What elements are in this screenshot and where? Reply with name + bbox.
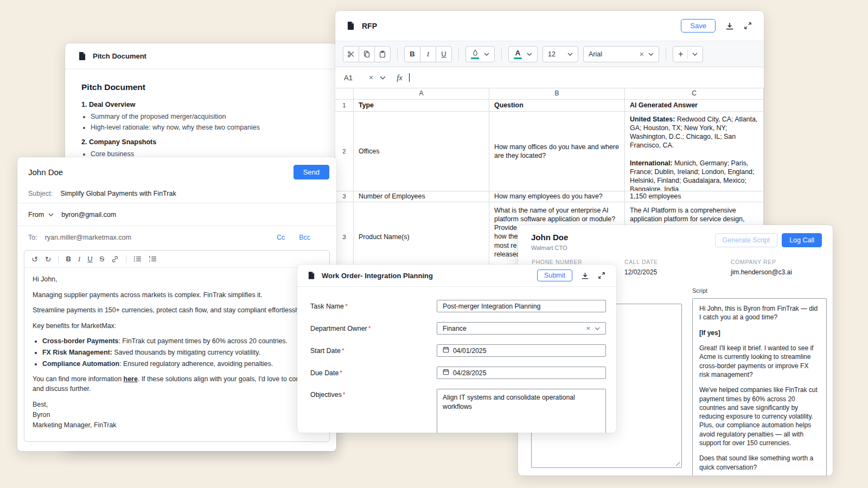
pitch-bullet: High-level rationale: why now, why these… (91, 122, 320, 133)
subject-label: Subject: (28, 190, 53, 197)
contact-role: Walmart CTO (531, 245, 567, 251)
save-button[interactable]: Save (681, 19, 716, 33)
due-date-input[interactable]: 04/28/2025 (437, 367, 606, 379)
from-label: From (28, 211, 44, 219)
row-number[interactable]: 3 (335, 202, 354, 266)
clear-font-icon[interactable]: × (640, 50, 644, 58)
contact-name: John Doe (531, 233, 568, 242)
department-owner-select[interactable]: Finance × (437, 322, 606, 335)
cell-b2[interactable]: How many offices do you have and where a… (489, 112, 625, 191)
due-date-label: Due Date (310, 369, 339, 377)
cell-b3[interactable]: How many employees do you have? (489, 191, 625, 202)
script-textarea[interactable]: Hi John, this is Byron from FinTrak — di… (692, 298, 827, 476)
chevron-down-icon (648, 53, 654, 56)
start-date-label: Start Date (310, 347, 341, 355)
rfp-window-header: RFP Save (335, 11, 764, 41)
resize-handle-icon[interactable] (675, 461, 680, 466)
cell-a2[interactable]: Offices (354, 112, 489, 191)
download-icon[interactable] (581, 272, 589, 280)
desktop-canvas: Pitch Document Pitch Document 1. Deal Ov… (0, 0, 868, 488)
font-color-dropdown[interactable]: A (508, 46, 538, 62)
font-size-dropdown[interactable]: 12 (542, 46, 578, 62)
objectives-label: Objectives (310, 391, 342, 399)
highlight-color-dropdown[interactable] (465, 46, 495, 62)
cancel-entry-icon[interactable]: × (369, 74, 373, 81)
underline-icon[interactable]: U (87, 255, 92, 263)
cell-reference-box[interactable]: A1 (344, 74, 362, 82)
italic-button[interactable]: I (420, 46, 436, 62)
submit-button[interactable]: Submit (537, 269, 572, 281)
table-row: 2 Offices How many offices do you have a… (335, 112, 764, 191)
pitch-section-heading: 1. Deal Overview (81, 101, 320, 108)
row-number[interactable]: 3 (335, 191, 354, 202)
column-header-c[interactable]: C (625, 88, 764, 100)
calendar-icon (443, 369, 449, 377)
to-value[interactable]: ryan.miller@marketmax.com (45, 234, 131, 241)
cell-c2[interactable]: United States: Redwood City, CA; Atlanta… (625, 112, 764, 191)
send-button[interactable]: Send (293, 165, 329, 179)
chevron-down-icon[interactable] (380, 76, 386, 80)
chevron-down-icon (692, 53, 698, 56)
expand-icon[interactable] (598, 272, 605, 279)
numbered-list-icon[interactable] (149, 255, 157, 262)
chevron-down-icon (595, 327, 600, 330)
chevron-down-icon (527, 53, 532, 56)
cell-a3[interactable]: Number of Employees (354, 191, 489, 202)
underline-button[interactable]: U (436, 46, 452, 62)
insert-dropdown[interactable]: + (673, 46, 703, 62)
redo-icon[interactable]: ↻ (45, 255, 52, 264)
work-order-window: Work Order- Integration Planning Submit … (297, 265, 616, 433)
subject-value[interactable]: Simplify Global Payments with FinTrak (60, 190, 176, 197)
log-call-button[interactable]: Log Call (782, 233, 822, 247)
generate-script-button[interactable]: Generate Script (715, 233, 778, 247)
here-link[interactable]: here (124, 375, 138, 383)
cell-a4[interactable]: Product Name(s) (354, 202, 489, 266)
email-body-text[interactable]: Hi John, Managing supplier payments acro… (24, 268, 329, 437)
start-date-input[interactable]: 04/01/2025 (437, 344, 606, 357)
cell-b1[interactable]: Question (489, 100, 625, 112)
document-icon (308, 272, 315, 279)
bullet-list-icon[interactable] (133, 255, 142, 262)
undo-icon[interactable]: ↺ (31, 255, 38, 264)
table-row: 1 Type Question AI Generated Answer (335, 100, 764, 112)
cut-icon[interactable] (343, 46, 359, 62)
editor-toolbar: ↺ ↻ B I U S (24, 251, 329, 268)
highlight-droplet-icon (471, 49, 479, 59)
italic-icon[interactable]: I (78, 255, 80, 264)
cell-c1[interactable]: AI Generated Answer (625, 100, 764, 112)
task-name-input[interactable]: Post-merger Integration Planning (437, 300, 606, 312)
from-value[interactable]: byron@gmail.com (61, 211, 116, 219)
corner-cell[interactable] (335, 88, 354, 100)
copy-icon[interactable] (359, 46, 375, 62)
document-icon (79, 52, 86, 60)
paste-icon[interactable] (374, 46, 391, 62)
row-number[interactable]: 1 (335, 100, 354, 112)
column-header-a[interactable]: A (354, 88, 489, 100)
clear-selection-icon[interactable]: × (586, 325, 590, 332)
strikethrough-icon[interactable]: S (100, 255, 105, 263)
font-size-value: 12 (548, 50, 556, 58)
download-icon[interactable] (725, 22, 734, 30)
rfp-format-toolbar: B I U A 12 (335, 41, 764, 67)
pitch-window-title: Pitch Document (93, 52, 146, 60)
bold-button[interactable]: B (404, 46, 420, 62)
work-order-header: Work Order- Integration Planning Submit (297, 265, 616, 287)
cell-a1[interactable]: Type (354, 100, 489, 112)
chevron-down-icon[interactable] (48, 213, 54, 216)
row-number[interactable]: 2 (335, 112, 354, 191)
email-window-title: John Doe (28, 168, 63, 177)
font-color-icon: A (514, 49, 522, 59)
cell-c3[interactable]: 1,150 employees (625, 191, 764, 202)
pitch-bullet: Summary of the proposed merger/acquisiti… (91, 111, 320, 122)
objectives-textarea[interactable]: Align IT systems and consolidate operati… (437, 389, 606, 433)
chevron-down-icon (567, 53, 573, 56)
expand-icon[interactable] (744, 22, 752, 30)
font-family-dropdown[interactable]: Arial × (583, 46, 659, 62)
bcc-button[interactable]: Bcc (299, 234, 310, 241)
bold-icon[interactable]: B (66, 255, 71, 263)
column-header-b[interactable]: B (489, 88, 625, 100)
cc-button[interactable]: Cc (277, 234, 285, 241)
link-icon[interactable] (111, 255, 119, 263)
work-order-title: Work Order- Integration Planning (322, 272, 433, 280)
email-body-editor[interactable]: ↺ ↻ B I U S Hi John, Mana (24, 250, 330, 442)
